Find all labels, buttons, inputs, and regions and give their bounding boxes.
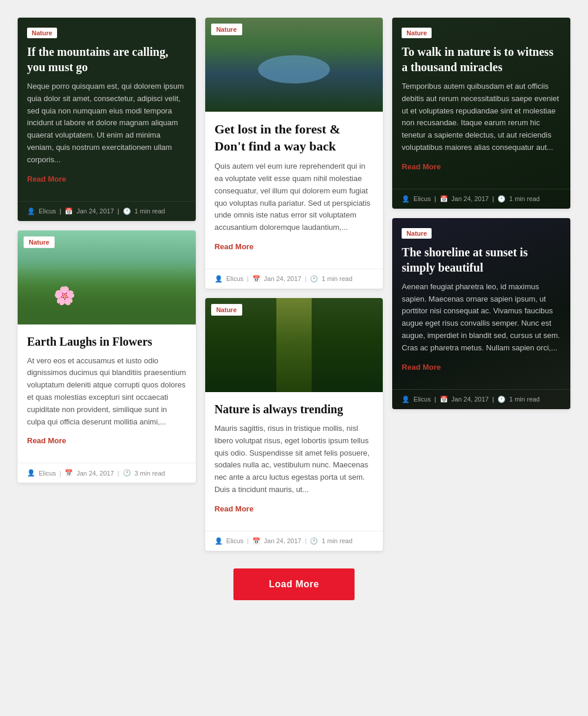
- footer-forest-lost: 👤 Elicus | 📅 Jan 24, 2017 | 🕐 1 min read: [205, 269, 383, 289]
- date-shoreline: Jan 24, 2017: [452, 396, 489, 403]
- page-wrapper: Nature If the mountains are calling, you…: [12, 12, 576, 612]
- image-wrapper-nature-trending: Nature: [205, 298, 383, 392]
- badge-forest-lost: Nature: [211, 24, 242, 35]
- calendar-icon-mountains: 📅: [65, 208, 73, 215]
- excerpt-shoreline: Aenean feugiat pharetra leo, id maximus …: [402, 281, 561, 354]
- clock-icon-flowers: 🕐: [123, 469, 131, 477]
- excerpt-flowers: At vero eos et accusamus et iusto odio d…: [27, 355, 186, 429]
- calendar-icon-walk-nature: 📅: [440, 195, 448, 203]
- card-forest-lost-body: Get lost in the forest & Don't find a wa…: [205, 112, 383, 269]
- date-flowers: Jan 24, 2017: [76, 470, 114, 477]
- card-nature-trending-body: Nature is always trending Mauris sagitti…: [205, 392, 383, 531]
- sep5: |: [247, 275, 249, 282]
- author-icon-mountains: 👤: [27, 208, 35, 215]
- clock-icon-mountains: 🕐: [123, 208, 131, 215]
- readtime-forest-lost: 1 min read: [322, 275, 352, 282]
- footer-nature-trending: 👤 Elicus | 📅 Jan 24, 2017 | 🕐 1 min read: [205, 531, 383, 551]
- sep6: |: [305, 275, 306, 282]
- badge-mountains: Nature: [27, 28, 57, 38]
- author-nature-trending: Elicus: [226, 537, 243, 544]
- calendar-icon-flowers: 📅: [65, 469, 73, 477]
- card-walk-nature-body: Nature To walk in nature is to witness a…: [392, 18, 570, 189]
- date-walk-nature: Jan 24, 2017: [452, 195, 489, 202]
- title-flowers: Earth Laughs in Flowers: [27, 334, 186, 349]
- card-flowers: Nature Earth Laughs in Flowers At vero e…: [18, 230, 196, 483]
- readtime-shoreline: 1 min read: [509, 396, 540, 403]
- footer-mountains: 👤 Elicus | 📅 Jan 24, 2017 | 🕐 1 min read: [18, 201, 196, 221]
- read-more-shoreline[interactable]: Read More: [402, 363, 440, 372]
- read-more-nature-trending[interactable]: Read More: [215, 504, 253, 513]
- clock-icon-shoreline: 🕐: [497, 396, 506, 403]
- excerpt-forest-lost: Quis autem vel eum iure reprehenderit qu…: [215, 160, 374, 234]
- author-shoreline: Elicus: [413, 396, 430, 403]
- clock-icon-nature-trending: 🕐: [310, 537, 318, 545]
- title-nature-trending: Nature is always trending: [215, 402, 374, 417]
- footer-flowers: 👤 Elicus | 📅 Jan 24, 2017 | 🕐 3 min read: [18, 463, 196, 483]
- sep3: |: [59, 470, 61, 477]
- image-wrapper-flowers: Nature: [18, 230, 196, 324]
- sep12: |: [492, 396, 494, 403]
- load-more-wrapper: Load More: [18, 568, 570, 600]
- sep8: |: [305, 537, 306, 544]
- calendar-icon-forest-lost: 📅: [252, 275, 260, 283]
- card-shoreline: Nature The shoreline at sunset is simply…: [392, 218, 570, 409]
- clock-icon-walk-nature: 🕐: [497, 195, 506, 203]
- read-more-forest-lost[interactable]: Read More: [215, 242, 253, 251]
- readtime-nature-trending: 1 min read: [322, 537, 352, 544]
- sep11: |: [435, 396, 436, 403]
- card-mountains: Nature If the mountains are calling, you…: [18, 18, 196, 221]
- clock-icon-forest-lost: 🕐: [310, 275, 318, 283]
- title-shoreline: The shoreline at sunset is simply beauti…: [402, 245, 561, 275]
- read-more-flowers[interactable]: Read More: [27, 436, 66, 445]
- author-forest-lost: Elicus: [226, 275, 243, 282]
- calendar-icon-nature-trending: 📅: [252, 537, 260, 545]
- read-more-mountains[interactable]: Read More: [27, 175, 66, 183]
- articles-grid: Nature If the mountains are calling, you…: [18, 18, 570, 551]
- card-shoreline-body: Nature The shoreline at sunset is simply…: [392, 218, 570, 389]
- card-forest-lost: Nature Get lost in the forest & Don't fi…: [205, 18, 383, 289]
- date-forest-lost: Jan 24, 2017: [264, 275, 302, 282]
- footer-walk-nature: 👤 Elicus | 📅 Jan 24, 2017 | 🕐 1 min read: [392, 189, 570, 209]
- excerpt-nature-trending: Mauris sagittis, risus in tristique moll…: [215, 423, 374, 496]
- readtime-mountains: 1 min read: [135, 208, 165, 215]
- excerpt-walk-nature: Temporibus autem quibusdam et aut offici…: [402, 81, 561, 154]
- sep7: |: [247, 537, 249, 544]
- badge-flowers: Nature: [24, 236, 55, 248]
- author-icon-shoreline: 👤: [402, 396, 410, 403]
- read-more-walk-nature[interactable]: Read More: [402, 162, 440, 171]
- author-icon-walk-nature: 👤: [402, 195, 410, 203]
- sep4: |: [118, 470, 119, 477]
- image-wrapper-forest-lost: Nature: [205, 18, 383, 112]
- card-nature-trending: Nature Nature is always trending Mauris …: [205, 298, 383, 551]
- author-icon-forest-lost: 👤: [215, 275, 223, 283]
- date-mountains: Jan 24, 2017: [76, 208, 114, 215]
- excerpt-mountains: Neque porro quisquam est, qui dolorem ip…: [27, 81, 186, 166]
- readtime-flowers: 3 min read: [135, 470, 165, 477]
- author-mountains: Elicus: [39, 208, 56, 215]
- sep1: |: [59, 208, 61, 215]
- column-1: Nature If the mountains are calling, you…: [18, 18, 196, 483]
- card-mountains-body: Nature If the mountains are calling, you…: [18, 18, 196, 201]
- title-forest-lost: Get lost in the forest & Don't find a wa…: [215, 121, 374, 155]
- date-nature-trending: Jan 24, 2017: [264, 537, 302, 544]
- badge-nature-trending: Nature: [211, 304, 242, 316]
- author-walk-nature: Elicus: [413, 195, 430, 202]
- load-more-button[interactable]: Load More: [233, 568, 354, 600]
- badge-shoreline: Nature: [402, 228, 432, 239]
- column-2: Nature Get lost in the forest & Don't fi…: [205, 18, 383, 551]
- calendar-icon-shoreline: 📅: [440, 396, 448, 403]
- readtime-walk-nature: 1 min read: [509, 195, 540, 202]
- footer-shoreline: 👤 Elicus | 📅 Jan 24, 2017 | 🕐 1 min read: [392, 389, 570, 409]
- author-icon-nature-trending: 👤: [215, 537, 223, 545]
- title-mountains: If the mountains are calling, you must g…: [27, 44, 186, 75]
- sep9: |: [435, 195, 436, 202]
- badge-walk-nature: Nature: [402, 28, 432, 38]
- author-icon-flowers: 👤: [27, 469, 35, 477]
- sep10: |: [492, 195, 494, 202]
- card-walk-nature: Nature To walk in nature is to witness a…: [392, 18, 570, 209]
- card-flowers-body: Earth Laughs in Flowers At vero eos et a…: [18, 324, 196, 463]
- author-flowers: Elicus: [39, 470, 56, 477]
- title-walk-nature: To walk in nature is to witness a thousa…: [402, 44, 561, 75]
- column-3: Nature To walk in nature is to witness a…: [392, 18, 570, 409]
- sep2: |: [118, 208, 119, 215]
